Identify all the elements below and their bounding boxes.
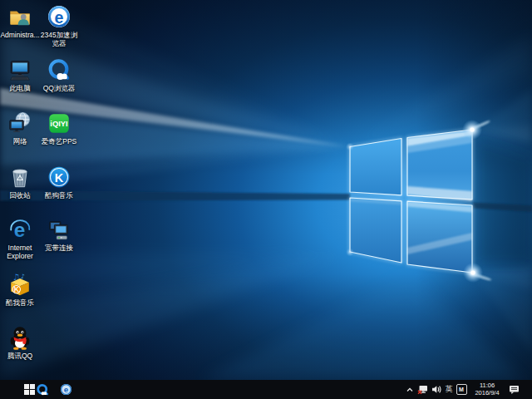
- speaker-icon: [431, 385, 442, 394]
- ime-icon: M: [456, 384, 467, 395]
- svg-text:e: e: [55, 8, 64, 27]
- network-icon: [7, 111, 32, 135]
- qq-browser-icon: [47, 57, 71, 82]
- windows-start-icon: [24, 384, 35, 395]
- taskbar-qq-browser-button[interactable]: [35, 380, 50, 399]
- tray-clock[interactable]: 11:06 2016/9/4: [468, 380, 506, 399]
- tray-ime-indicator[interactable]: M: [455, 380, 468, 399]
- taskbar-2345-browser-button[interactable]: e: [58, 380, 73, 399]
- iqiyi-pps-icon: iQIYI: [47, 111, 71, 135]
- kuwo-music-icon: ♫ ♪ K: [7, 272, 32, 297]
- icon-label: 爱奇艺PPS: [38, 137, 80, 145]
- svg-text:e: e: [63, 385, 68, 394]
- icon-label: 腾讯QQ: [0, 352, 41, 360]
- desktop-icon-broadband-connection[interactable]: 宽带连接: [34, 217, 84, 252]
- tray-network-status[interactable]: [416, 380, 430, 399]
- qq-browser-taskbar-icon: [36, 383, 49, 397]
- network-disconnected-icon: [417, 385, 429, 395]
- clock-date: 2016/9/4: [470, 390, 505, 397]
- icon-label: 酷我音乐: [0, 298, 41, 307]
- chevron-up-icon: [406, 386, 414, 394]
- system-tray: 英 M 11:06 2016/9/4: [404, 380, 532, 399]
- notification-icon: [509, 385, 520, 395]
- tray-language-indicator[interactable]: 英: [443, 380, 455, 399]
- internet-explorer-icon: e: [7, 217, 32, 242]
- desktop-icon-iqiyi-pps[interactable]: iQIYI 爱奇艺PPS: [34, 111, 84, 145]
- desktop-screen: Administra... e 2345加速浏览器 此电脑 QQ浏览器: [0, 0, 532, 399]
- svg-text:K: K: [14, 285, 19, 293]
- desktop-icon-kugou-music[interactable]: K 酷狗音乐: [34, 165, 84, 200]
- icon-label: 2345加速浏览器: [38, 31, 80, 47]
- 2345-browser-taskbar-icon: e: [60, 383, 72, 396]
- this-pc-icon: [7, 57, 32, 82]
- tray-show-hidden-icons[interactable]: [404, 380, 416, 399]
- taskbar: e 英 M: [0, 380, 532, 399]
- tray-volume[interactable]: [430, 380, 443, 399]
- 2345-browser-icon: e: [47, 4, 71, 29]
- svg-text:iQIYI: iQIYI: [50, 120, 67, 128]
- desktop-icon-qq-browser[interactable]: QQ浏览器: [34, 57, 84, 92]
- svg-text:♪: ♪: [21, 273, 25, 280]
- svg-text:K: K: [55, 171, 64, 185]
- icon-label: 酷狗音乐: [38, 191, 80, 200]
- kugou-music-icon: K: [47, 165, 71, 190]
- desktop-icon-kuwo-music[interactable]: ♫ ♪ K 酷我音乐: [0, 272, 45, 307]
- language-text: 英: [446, 384, 453, 395]
- icon-label: 宽带连接: [38, 244, 80, 252]
- desktop-icon-tencent-qq[interactable]: 腾讯QQ: [0, 325, 45, 360]
- tencent-qq-icon: [7, 325, 32, 350]
- icon-label: QQ浏览器: [38, 84, 80, 92]
- desktop-icon-2345-browser[interactable]: e 2345加速浏览器: [34, 4, 84, 47]
- user-folder-icon: [7, 4, 32, 29]
- broadband-connection-icon: [47, 217, 71, 242]
- tray-action-center[interactable]: [506, 380, 521, 399]
- recycle-bin-icon: [7, 165, 32, 190]
